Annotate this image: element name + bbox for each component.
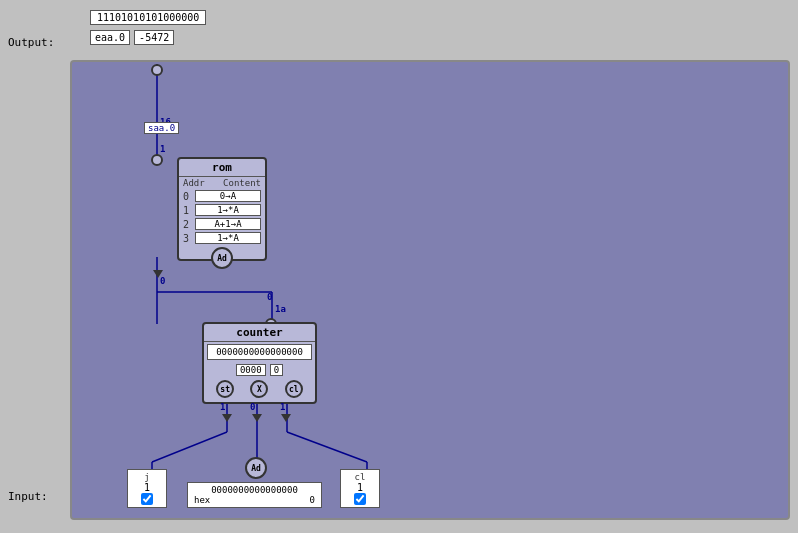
rom-title: rom (179, 159, 265, 177)
input-j-label: j (130, 472, 164, 482)
rom-row-1: 1 1→*A (179, 203, 265, 217)
input-cl-checkbox[interactable] (354, 493, 366, 505)
counter-val-right: 0 (270, 364, 283, 376)
rom-idx-1: 1 (183, 205, 195, 216)
rom-idx-2: 2 (183, 219, 195, 230)
wire-label-counter-top: 1a (275, 304, 286, 314)
rom-val-1: 1→*A (195, 204, 261, 216)
st-arrow-down (222, 414, 232, 422)
input-ad-binary: 0000000000000000 (190, 485, 319, 495)
input-ad-format: hex (194, 495, 210, 505)
rom-row-2: 2 A+1→A (179, 217, 265, 231)
rom-addr-header: Addr (183, 178, 205, 188)
cl-arrow-down (281, 414, 291, 422)
wire-svg (72, 62, 788, 518)
svg-line-14 (287, 432, 367, 462)
wire-label-0-counter: 0 (267, 292, 272, 302)
counter-display-row2: 0000 0 (204, 362, 315, 378)
counter-title: counter (204, 324, 315, 342)
rom-col-headers: Addr Content (179, 177, 265, 189)
counter-port-cl: cl (285, 380, 303, 398)
input-ad-values: hex 0 (190, 495, 319, 505)
rom-row-0: 0 0→A (179, 189, 265, 203)
rom-input-circle (151, 154, 163, 166)
counter-port-x: X (250, 380, 268, 398)
svg-line-11 (152, 432, 227, 462)
input-ad-value: 0 (310, 495, 315, 505)
output-binary: 11101010101000000 (90, 10, 206, 25)
wire-label-0-rom: 0 (160, 276, 165, 286)
wire-label-x-below: 0 (250, 402, 255, 412)
ad-bottom-node: Ad (245, 457, 267, 479)
wire-label-1-top: 1 (160, 144, 165, 154)
rom-idx-0: 0 (183, 191, 195, 202)
counter-display-main: 0000000000000000 (207, 344, 312, 360)
wire-label-cl-below: 1 (280, 402, 285, 412)
rom-component: rom Addr Content 0 0→A 1 1→*A 2 A+1→A 3 … (177, 157, 267, 261)
wire-label-st-below: 1 (220, 402, 225, 412)
input-ad-box: 0000000000000000 hex 0 (187, 482, 322, 508)
rom-row-3: 3 1→*A (179, 231, 265, 245)
input-cl-label: cl (343, 472, 377, 482)
rom-val-3: 1→*A (195, 232, 261, 244)
output-node-circle (151, 64, 163, 76)
rom-idx-3: 3 (183, 233, 195, 244)
output-val2: -5472 (134, 30, 174, 45)
input-cl-value: 1 (343, 482, 377, 493)
counter-val-left: 0000 (236, 364, 266, 376)
input-j-value: 1 (130, 482, 164, 493)
counter-port-st: st (216, 380, 234, 398)
counter-component: counter 0000000000000000 0000 0 st X cl (202, 322, 317, 404)
saa0-label: saa.0 (144, 122, 179, 134)
input-j-box: j 1 (127, 469, 167, 508)
x-arrow-down (252, 414, 262, 422)
rom-ad-port: Ad (211, 247, 233, 269)
main-canvas: 16 saa.0 1 rom Addr Content 0 0→A 1 1→*A… (70, 60, 790, 520)
input-label: Input: (8, 490, 48, 503)
counter-ports: st X cl (204, 378, 315, 402)
rom-val-2: A+1→A (195, 218, 261, 230)
rom-content-header: Content (205, 178, 261, 188)
output-label: Output: (8, 36, 54, 49)
input-j-checkbox[interactable] (141, 493, 153, 505)
rom-val-0: 0→A (195, 190, 261, 202)
input-cl-box: cl 1 (340, 469, 380, 508)
output-val1: eaa.0 (90, 30, 130, 45)
